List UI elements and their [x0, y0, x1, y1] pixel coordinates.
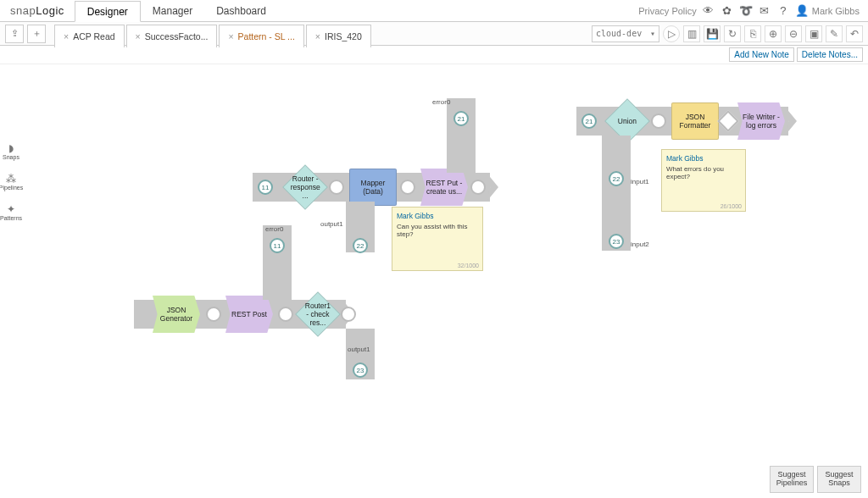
suggest-buttons: Suggest Pipelines Suggest Snaps: [770, 466, 861, 493]
port-11[interactable]: 11: [270, 238, 285, 253]
copy-button[interactable]: ⎘: [744, 25, 761, 42]
nav-manager[interactable]: Manager: [141, 0, 204, 21]
suggest-snaps-button[interactable]: Suggest Snaps: [817, 466, 861, 493]
snap-label: File Writer - log errors: [740, 113, 782, 130]
zoom-out-button[interactable]: ⊖: [785, 25, 802, 42]
snap-label: Union: [615, 117, 640, 125]
label-output1: output1: [348, 346, 370, 353]
port[interactable]: [278, 307, 293, 322]
note-author: Mark Gibbs: [397, 212, 478, 220]
logo: snapLogic: [0, 4, 75, 17]
tab-label: ACP Read: [73, 31, 114, 42]
snap-label: Router1 - check res...: [305, 302, 331, 328]
history-button[interactable]: ↻: [724, 25, 741, 42]
close-icon[interactable]: ×: [136, 31, 141, 42]
connector: [447, 98, 476, 173]
fit-button[interactable]: ▣: [805, 25, 822, 42]
close-icon[interactable]: ×: [64, 31, 69, 42]
label-input2: input2: [631, 241, 649, 248]
snap-rest-put[interactable]: REST Put - create us...: [420, 169, 468, 206]
tab-label: IRIS_420: [325, 31, 362, 42]
chevron-down-icon: ▾: [650, 29, 655, 38]
snap-json-formatter[interactable]: JSON Formatter: [671, 102, 719, 140]
port[interactable]: [206, 307, 221, 322]
help-icon[interactable]: ?: [776, 4, 790, 18]
port[interactable]: [400, 180, 415, 195]
pipeline-canvas[interactable]: JSON Generator REST Post Router1 - check…: [0, 64, 868, 498]
tab-label: Pattern - SL ...: [238, 31, 295, 42]
privacy-link[interactable]: Privacy Policy: [638, 6, 696, 16]
mail-icon[interactable]: ✉: [758, 4, 771, 18]
tab-acp-read[interactable]: ×ACP Read: [54, 25, 125, 47]
logo-part2: Logic: [36, 4, 64, 17]
snap-label: REST Post: [231, 310, 267, 318]
tab-pattern-sl[interactable]: ×Pattern - SL ...: [219, 25, 303, 47]
snap-label: REST Put - create us...: [423, 179, 465, 196]
tab-iris-420[interactable]: ×IRIS_420: [306, 25, 371, 47]
zoom-in-button[interactable]: ⊕: [765, 25, 782, 42]
upload-button[interactable]: ⇪: [5, 25, 24, 43]
edit-button[interactable]: ✎: [826, 25, 843, 42]
note-count: 32/1000: [458, 263, 479, 268]
new-button[interactable]: ＋: [27, 25, 46, 43]
note-count: 26/1000: [721, 203, 742, 209]
note-body: Can you assist with this step?: [397, 223, 478, 238]
note-author: Mark Gibbs: [666, 154, 741, 163]
note-body: What errors do you expect?: [666, 165, 741, 180]
snap-label: JSON Formatter: [675, 113, 715, 130]
snaplex-select[interactable]: cloud-dev▾: [592, 25, 659, 42]
suggest-pipelines-button[interactable]: Suggest Pipelines: [770, 466, 814, 493]
add-note-button[interactable]: Add New Note: [729, 47, 793, 62]
sticky-note[interactable]: Mark Gibbs What errors do you expect? 26…: [661, 149, 746, 212]
close-icon[interactable]: ×: [228, 31, 233, 42]
gear-icon[interactable]: ✿: [721, 4, 734, 18]
run-button[interactable]: ▷: [663, 25, 680, 42]
port-21[interactable]: 21: [453, 111, 469, 126]
sticky-note[interactable]: Mark Gibbs Can you assist with this step…: [392, 207, 483, 271]
nav-dashboard[interactable]: Dashboard: [204, 0, 278, 21]
tab-label: SuccessFacto...: [145, 31, 209, 42]
port-number: 22: [613, 175, 620, 183]
port[interactable]: [470, 180, 486, 195]
snap-router[interactable]: Router - response ...: [282, 164, 328, 210]
port-number: 23: [613, 238, 620, 246]
snap-file-writer[interactable]: File Writer - log errors: [737, 102, 785, 140]
port[interactable]: [341, 307, 356, 322]
save-button[interactable]: 💾: [704, 25, 721, 42]
port-23[interactable]: 23: [353, 362, 368, 378]
port[interactable]: [651, 113, 666, 129]
snap-mapper[interactable]: Mapper (Data): [349, 169, 397, 206]
delete-notes-button[interactable]: Delete Notes...: [797, 47, 863, 62]
notes-toolbar: Add New Note Delete Notes...: [0, 46, 868, 64]
snap-router1[interactable]: Router1 - check res...: [295, 291, 341, 337]
validate-button[interactable]: ▥: [683, 25, 700, 42]
close-icon[interactable]: ×: [315, 31, 320, 42]
top-right: Privacy Policy 👁 ✿ ➰ ✉ ? 👤 Mark Gibbs: [638, 4, 868, 18]
pipeline-tabs: ×ACP Read ×SuccessFacto... ×Pattern - SL…: [54, 22, 373, 45]
port-11[interactable]: 11: [258, 180, 273, 195]
toolbar-right: cloud-dev▾ ▷ ▥ 💾 ↻ ⎘ ⊕ ⊖ ▣ ✎ ↶: [592, 25, 863, 42]
snap-json-generator[interactable]: JSON Generator: [153, 296, 200, 333]
port-number: 21: [458, 115, 465, 123]
label-output1: output1: [320, 220, 343, 228]
port-number: 23: [357, 367, 364, 374]
port-23[interactable]: 23: [609, 234, 624, 249]
activity-icon[interactable]: ➰: [739, 4, 753, 18]
snaplex-value: cloud-dev: [596, 29, 642, 38]
port-number: 11: [274, 242, 281, 250]
port-22[interactable]: 22: [353, 238, 368, 253]
snap-label: Mapper (Data): [353, 179, 393, 196]
port[interactable]: [329, 180, 344, 195]
port-22[interactable]: 22: [609, 171, 624, 186]
user-icon: 👤: [795, 4, 809, 18]
snap-label: JSON Generator: [155, 306, 198, 323]
binoculars-icon[interactable]: 👁: [702, 4, 715, 18]
tab-successfactors[interactable]: ×SuccessFacto...: [126, 25, 218, 47]
nav-designer[interactable]: Designer: [75, 1, 141, 22]
undo-button[interactable]: ↶: [846, 25, 863, 42]
port-21[interactable]: 21: [581, 113, 597, 129]
snap-rest-post[interactable]: REST Post: [225, 296, 273, 333]
user-name: Mark Gibbs: [812, 6, 860, 16]
toolbar: ⇪ ＋ ×ACP Read ×SuccessFacto... ×Pattern …: [0, 22, 868, 46]
user-menu[interactable]: 👤 Mark Gibbs: [795, 4, 860, 18]
